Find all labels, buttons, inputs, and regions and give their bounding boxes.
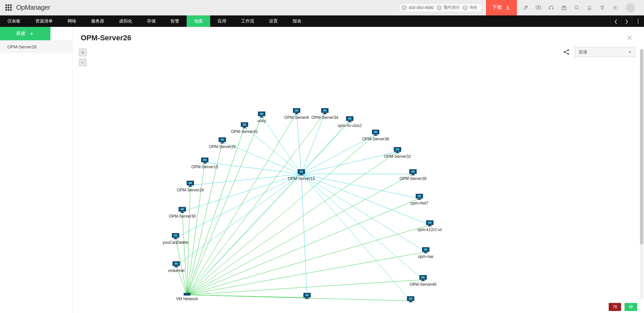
plug-icon[interactable] — [599, 4, 606, 11]
nav-item-10[interactable]: 设置 — [262, 15, 285, 27]
layers-button[interactable] — [624, 303, 637, 311]
svg-line-11 — [187, 113, 297, 295]
share-icon[interactable] — [563, 48, 570, 56]
search-icon[interactable] — [573, 4, 580, 11]
svg-rect-148 — [300, 171, 303, 173]
topo-node[interactable]: OPM-Server40 — [410, 275, 437, 287]
svg-rect-80 — [221, 139, 224, 141]
nav-item-3[interactable]: 服务器 — [84, 15, 112, 27]
svg-rect-140 — [305, 294, 309, 296]
svg-text:OPM-Server15: OPM-Server15 — [191, 165, 218, 169]
topo-node[interactable]: opm-hv-clus2 — [338, 116, 362, 128]
svg-rect-125 — [424, 249, 427, 251]
nav-item-4[interactable]: 虚拟化 — [112, 15, 140, 27]
brand-title: OpManager — [16, 4, 50, 11]
svg-text:opm-hv-clus2: opm-hv-clus2 — [338, 123, 362, 128]
user-avatar[interactable] — [626, 3, 635, 12]
options-dropdown[interactable]: 选项 ▼ — [575, 47, 635, 57]
contact-pill[interactable]: ✆ 400-660-8680 🗓 预约演示 $ 询价 — [399, 3, 483, 12]
svg-text:OPM-Server34: OPM-Server34 — [311, 115, 338, 120]
svg-rect-70 — [243, 124, 246, 126]
gear-icon[interactable] — [612, 4, 618, 11]
topo-node[interactable]: OPM-Server38 — [362, 130, 389, 141]
new-button[interactable]: 新建 ＋ — [0, 27, 50, 40]
topo-node[interactable]: vmkernel — [168, 261, 185, 273]
svg-rect-130 — [175, 263, 178, 265]
download-button[interactable]: 下载 — [486, 0, 517, 15]
zoom-in-button[interactable]: + — [79, 48, 87, 56]
svg-rect-75 — [374, 131, 377, 133]
nav-item-11[interactable]: 报表 — [285, 15, 309, 27]
svg-rect-111 — [181, 212, 183, 212]
topo-node[interactable]: VM Network — [176, 293, 198, 301]
svg-rect-62 — [323, 114, 327, 114]
nav-more-icon[interactable] — [632, 15, 644, 27]
topo-node[interactable] — [407, 296, 414, 302]
sidebar-item-map[interactable]: OPM-Server26 — [0, 40, 72, 53]
topo-node[interactable]: youCanDelete — [163, 233, 188, 245]
svg-rect-52 — [260, 117, 264, 118]
topo-node[interactable]: opm-k12r2-vc — [417, 220, 442, 232]
page-title: OPM-Server26 — [81, 34, 131, 42]
svg-rect-77 — [374, 135, 378, 136]
svg-rect-65 — [348, 118, 351, 120]
svg-line-19 — [187, 134, 376, 295]
topo-node[interactable]: OPM-Server32 — [384, 147, 411, 159]
topo-node[interactable]: OPM-Server39 — [400, 169, 426, 181]
topo-node[interactable]: OPM-Server13 — [288, 169, 315, 181]
nav-item-8[interactable]: 应用 — [210, 15, 234, 27]
svg-line-43 — [187, 280, 423, 295]
svg-point-3 — [575, 6, 578, 9]
alert-count-badge[interactable]: 76 — [609, 303, 621, 311]
nav-next[interactable]: ❯ — [621, 15, 632, 27]
nav-item-7[interactable]: 地图 — [187, 15, 210, 27]
svg-line-47 — [187, 295, 411, 301]
svg-rect-137 — [421, 280, 425, 281]
svg-rect-67 — [348, 122, 352, 122]
nav-item-5[interactable]: 存储 — [140, 15, 163, 27]
close-icon[interactable]: ✕ — [623, 32, 636, 44]
apps-grid-icon[interactable] — [5, 4, 12, 11]
nav-item-1[interactable]: 资源清单 — [28, 15, 60, 27]
topo-node[interactable]: opm-rhel7 — [410, 194, 428, 206]
svg-rect-122 — [174, 238, 178, 239]
svg-text:opm-rhel7: opm-rhel7 — [410, 201, 428, 206]
topo-node[interactable]: unity — [257, 111, 266, 123]
nav-prev[interactable]: ❮ — [610, 15, 621, 27]
presentation-icon[interactable] — [535, 4, 542, 11]
topology-svg[interactable]: unityOPM-Server8OPM-Server34opm-hv-clus2… — [73, 46, 644, 313]
topo-node[interactable]: OPM-Server25 — [209, 137, 236, 149]
svg-point-6 — [567, 49, 569, 51]
topo-node[interactable]: opm-nas — [418, 247, 434, 259]
headset-icon[interactable] — [548, 4, 555, 11]
svg-line-16 — [244, 127, 301, 174]
nav-item-2[interactable]: 网络 — [60, 15, 84, 27]
svg-rect-112 — [180, 212, 184, 213]
topo-node[interactable]: OPM-Server8 — [284, 108, 309, 120]
nav-item-9[interactable]: 工作流 — [234, 15, 262, 27]
svg-line-35 — [187, 225, 430, 295]
sidebar: 新建 ＋ OPM-Server26 — [0, 27, 73, 313]
svg-rect-120 — [174, 234, 177, 236]
svg-rect-66 — [349, 121, 351, 122]
bell-icon[interactable] — [586, 4, 593, 11]
vertical-scrollbar[interactable] — [640, 49, 643, 300]
nav-item-0[interactable]: 仪表板 — [0, 15, 28, 27]
gift-icon[interactable] — [561, 4, 567, 11]
svg-line-44 — [301, 174, 307, 298]
svg-line-8 — [262, 116, 301, 174]
nav-item-6[interactable]: 告警 — [163, 15, 187, 27]
chevron-down-icon: ▼ — [628, 50, 632, 54]
svg-rect-110 — [181, 208, 184, 210]
topo-node[interactable]: OPM-Server41 — [231, 122, 258, 134]
topo-node[interactable]: OPM-Server34 — [311, 108, 338, 120]
zoom-out-button[interactable]: − — [79, 58, 87, 66]
svg-rect-50 — [260, 113, 263, 115]
svg-line-13 — [187, 113, 325, 295]
svg-rect-152 — [184, 293, 190, 296]
topology-canvas[interactable]: + − 选项 ▼ unityOPM-Server8OPM-Server34opm… — [73, 46, 644, 313]
download-label: 下载 — [492, 4, 502, 11]
topo-node[interactable]: OPM-Server24 — [177, 181, 204, 192]
rocket-icon[interactable] — [522, 4, 529, 11]
svg-rect-100 — [189, 182, 192, 184]
